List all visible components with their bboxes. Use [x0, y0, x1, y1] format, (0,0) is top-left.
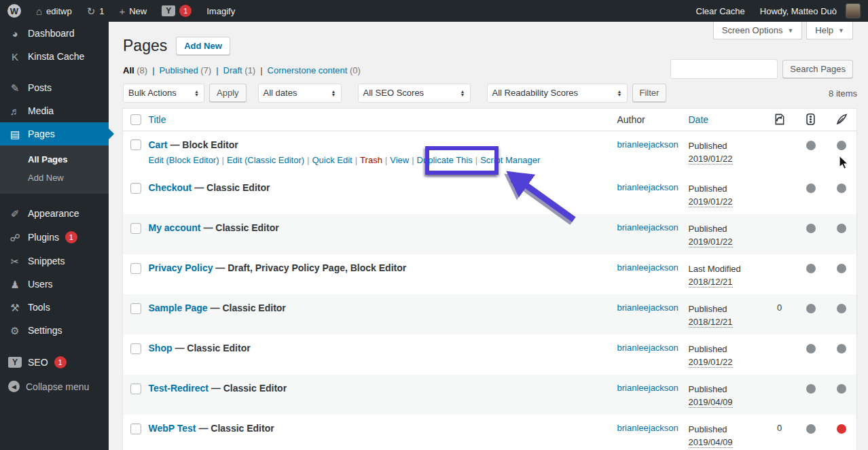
sidebar-item-seo[interactable]: YSEO1: [0, 350, 109, 375]
sidebar-item-appearance[interactable]: ✐Appearance: [0, 202, 109, 225]
action-separator: |: [385, 155, 387, 165]
sidebar-item-plugins[interactable]: ☍Plugins1: [0, 225, 109, 249]
author-link[interactable]: brianleejackson: [617, 302, 683, 313]
wp-logo-menu[interactable]: W: [0, 0, 29, 22]
author-link[interactable]: brianleejackson: [617, 343, 683, 353]
row-checkbox[interactable]: [130, 223, 141, 234]
filter-link-draft[interactable]: Draft: [223, 65, 242, 75]
page-title-link[interactable]: My account: [149, 222, 201, 233]
site-name: editwp: [46, 6, 72, 16]
plugin-icon: ☍: [8, 232, 22, 243]
table-row-test-redirect: Test-Redirect — Classic Editorbrianleeja…: [123, 375, 857, 415]
action-link-script-manager[interactable]: Script Manager: [480, 155, 540, 165]
filter-link-cornerstone-content[interactable]: Cornerstone content: [268, 65, 348, 75]
page-title-link[interactable]: Shop: [149, 343, 173, 353]
imagify-menu[interactable]: Imagify: [199, 0, 242, 22]
settings-icon: ⚙: [8, 326, 22, 336]
column-header-title[interactable]: Title: [149, 108, 617, 131]
action-link-duplicate-this[interactable]: Duplicate This: [417, 155, 473, 165]
author-link[interactable]: brianleejackson: [617, 139, 683, 150]
page-title-link[interactable]: Sample Page: [149, 302, 208, 313]
date-status: Published: [689, 302, 765, 315]
search-input[interactable]: [670, 59, 778, 79]
filter-link-published[interactable]: Published: [160, 65, 198, 75]
sidebar-item-dashboard[interactable]: ◕Dashboard: [0, 22, 109, 45]
select-all-checkbox[interactable]: [130, 114, 141, 125]
page-title-link[interactable]: Privacy Policy: [149, 262, 213, 273]
help-button[interactable]: Help ▼: [806, 22, 853, 39]
row-checkbox[interactable]: [130, 303, 141, 314]
table-row-sample-page: Sample Page — Classic Editorbrianleejack…: [123, 294, 857, 334]
screen-options-button[interactable]: Screen Options ▼: [713, 22, 803, 39]
sidebar-item-pages[interactable]: ▤Pages: [0, 122, 109, 145]
table-row-privacy-policy: Privacy Policy — Draft, Privacy Policy P…: [123, 254, 857, 294]
add-new-button[interactable]: Add New: [176, 37, 230, 55]
author-link[interactable]: brianleejackson: [617, 383, 683, 393]
row-checkbox[interactable]: [130, 423, 141, 434]
row-checkbox[interactable]: [130, 263, 141, 274]
home-icon: ⌂: [36, 6, 42, 16]
select-arrows-icon: ▲▼: [617, 90, 622, 97]
new-content-menu[interactable]: + New: [111, 0, 154, 22]
date-value: 2019/04/09: [689, 397, 733, 408]
author-link[interactable]: brianleejackson: [617, 182, 683, 192]
page-title-link[interactable]: WebP Test: [149, 423, 196, 434]
table-row-webp-test: WebP Test — Classic Editorbrianleejackso…: [123, 415, 857, 450]
row-checkbox[interactable]: [130, 183, 141, 194]
author-link[interactable]: brianleejackson: [617, 423, 683, 433]
bulk-actions-select[interactable]: Bulk Actions ▲▼: [123, 84, 204, 103]
sidebar-item-label: Collapse menu: [26, 381, 89, 392]
action-link-edit-block-editor[interactable]: Edit (Block Editor): [149, 155, 219, 165]
page-title-link[interactable]: Test-Redirect: [149, 383, 209, 394]
readability-column-icon: [835, 113, 848, 126]
date-status: Published: [689, 182, 765, 195]
search-pages-button[interactable]: Search Pages: [782, 60, 853, 78]
page-title-link[interactable]: Checkout: [149, 182, 192, 193]
site-name-menu[interactable]: ⌂ editwp: [29, 0, 79, 22]
account-menu[interactable]: Howdy, Matteo Duò: [753, 0, 868, 22]
action-link-edit-classic-editor[interactable]: Edit (Classic Editor): [227, 155, 304, 165]
dates-filter-select[interactable]: All dates ▲▼: [258, 84, 342, 103]
page-title-suffix: — Classic Editor: [201, 222, 279, 233]
action-link-quick-edit[interactable]: Quick Edit: [312, 155, 352, 165]
admin-sidebar: ◕DashboardKKinsta Cache✎Posts♬Media▤Page…: [0, 22, 109, 450]
sidebar-item-settings[interactable]: ⚙Settings: [0, 319, 109, 342]
page-title-link[interactable]: Cart: [149, 139, 168, 150]
action-link-trash[interactable]: Trash: [360, 155, 382, 165]
table-row-checkout: Checkout — Classic Editorbrianleejackson…: [123, 174, 857, 214]
apply-button[interactable]: Apply: [209, 84, 247, 102]
redirect-count: [765, 334, 795, 375]
seo-score-dot: [806, 184, 816, 193]
new-label: New: [129, 6, 147, 16]
author-link[interactable]: brianleejackson: [617, 262, 683, 273]
sidebar-item-snippets[interactable]: ✂Snippets: [0, 249, 109, 273]
clear-cache-button[interactable]: Clear Cache: [689, 0, 753, 22]
sidebar-item-posts[interactable]: ✎Posts: [0, 76, 109, 99]
sidebar-item-kinsta-cache[interactable]: KKinsta Cache: [0, 45, 109, 68]
seo-scores-filter-select[interactable]: All SEO Scores ▲▼: [358, 84, 471, 103]
redirect-count: [765, 174, 795, 214]
submenu-item-add-new[interactable]: Add New: [0, 169, 109, 187]
pages-icon: ▤: [8, 129, 22, 139]
row-checkbox[interactable]: [130, 139, 141, 150]
filter-link-all[interactable]: All: [123, 65, 134, 75]
author-link[interactable]: brianleejackson: [617, 222, 683, 232]
readability-scores-filter-select[interactable]: All Readability Scores ▲▼: [487, 84, 628, 103]
sidebar-item-media[interactable]: ♬Media: [0, 99, 109, 122]
table-row-my-account: My account — Classic Editorbrianleejacks…: [123, 214, 857, 254]
page-title-suffix: — Block Editor: [168, 139, 238, 150]
action-link-view[interactable]: View: [390, 155, 409, 165]
yoast-notifications-menu[interactable]: Y 1: [154, 0, 199, 22]
date-status: Published: [689, 383, 765, 396]
sidebar-item-tools[interactable]: ⚒Tools: [0, 296, 109, 319]
row-checkbox[interactable]: [130, 383, 141, 394]
row-checkbox[interactable]: [130, 343, 141, 354]
table-row-cart: Cart — Block EditorEdit (Block Editor)|E…: [123, 131, 857, 174]
sidebar-item-users[interactable]: ♟Users: [0, 273, 109, 296]
column-header-date[interactable]: Date: [689, 108, 765, 131]
filter-button[interactable]: Filter: [632, 84, 667, 102]
howdy-text: Howdy, Matteo Duò: [760, 6, 837, 16]
submenu-item-all-pages[interactable]: All Pages: [0, 150, 109, 169]
sidebar-item-collapse-menu[interactable]: ◀Collapse menu: [0, 375, 109, 398]
updates-menu[interactable]: ↻ 1: [79, 0, 112, 22]
